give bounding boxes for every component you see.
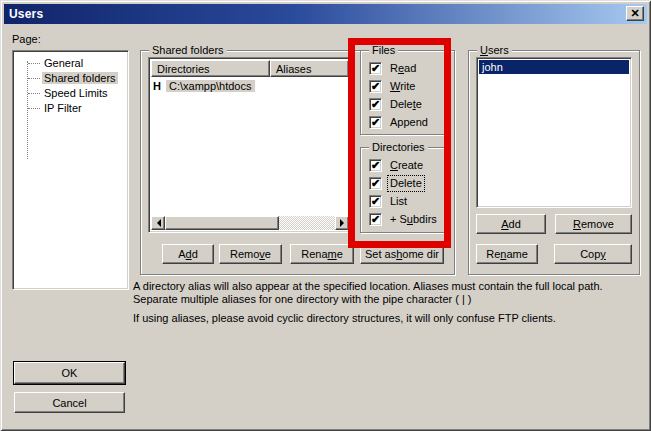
remove-user-button[interactable]: Remove [555, 214, 632, 234]
ok-button[interactable]: OK [14, 362, 125, 384]
tree-item-label: Speed Limits [42, 87, 110, 99]
delete-dir-checkbox[interactable] [369, 177, 382, 190]
horizontal-scrollbar[interactable] [151, 216, 349, 230]
directories-group-label: Directories [369, 140, 428, 154]
checkbox-row-subdirs[interactable]: + Subdirs [369, 212, 439, 226]
users-dialog: Users ✕ Page: General Shared folders Spe… [0, 0, 651, 431]
tree-item-label: Shared folders [42, 72, 118, 84]
directory-path: C:\xampp\htdocs [166, 80, 255, 92]
list-checkbox[interactable] [369, 195, 382, 208]
column-header-aliases[interactable]: Aliases [270, 60, 349, 77]
files-group-label: Files [369, 43, 398, 57]
listview-header: Directories Aliases [151, 60, 349, 77]
directories-listview[interactable]: Directories Aliases HC:\xampp\htdocs [148, 57, 352, 233]
remove-directory-button[interactable]: Remove [219, 244, 282, 264]
shared-folders-group-label: Shared folders [149, 43, 227, 57]
alias-note-paragraph-2: If using aliases, please avoid cyclic di… [133, 312, 641, 325]
close-button[interactable]: ✕ [626, 6, 644, 21]
checkbox-row-delete-dir[interactable]: Delete [369, 176, 424, 190]
list-checkbox-label: List [388, 194, 409, 209]
subdirs-checkbox-label: + Subdirs [388, 212, 439, 227]
arrow-right-icon [340, 219, 348, 227]
read-checkbox[interactable] [369, 62, 382, 75]
copy-user-button[interactable]: Copy [554, 244, 632, 264]
tree-item-ip-filter[interactable]: IP Filter [13, 101, 128, 116]
checkbox-row-write[interactable]: Write [369, 79, 417, 93]
write-checkbox[interactable] [369, 80, 382, 93]
home-dir-marker: H [153, 80, 161, 92]
rename-directory-button[interactable]: Rename [290, 244, 354, 264]
add-user-button[interactable]: Add [476, 214, 546, 234]
append-checkbox[interactable] [369, 116, 382, 129]
checkbox-row-read[interactable]: Read [369, 61, 418, 75]
arrow-left-icon [153, 219, 161, 227]
add-directory-button[interactable]: Add [162, 244, 214, 264]
delete-file-checkbox-label: Delete [388, 97, 424, 112]
checkbox-row-create[interactable]: Create [369, 158, 425, 172]
user-item-john[interactable]: john [479, 60, 629, 74]
set-as-home-dir-button[interactable]: Set as home dir [360, 244, 444, 264]
scroll-left-button[interactable] [151, 216, 165, 230]
tree-item-shared-folders[interactable]: Shared folders [13, 71, 128, 86]
read-checkbox-label: Read [388, 61, 418, 76]
checkbox-row-append[interactable]: Append [369, 115, 430, 129]
directories-permissions-group: Directories Create Delete List + Subdirs [360, 147, 447, 233]
column-header-directories[interactable]: Directories [151, 60, 270, 77]
checkbox-row-delete-file[interactable]: Delete [369, 97, 424, 111]
window-title: Users [9, 7, 43, 21]
scrollbar-thumb[interactable] [165, 216, 279, 230]
alias-notes: A directory alias will also appear at th… [133, 280, 641, 331]
directory-row[interactable]: HC:\xampp\htdocs [153, 79, 255, 93]
delete-dir-checkbox-label: Delete [388, 176, 424, 191]
tree-item-general[interactable]: General [13, 56, 128, 71]
delete-file-checkbox[interactable] [369, 98, 382, 111]
title-bar[interactable]: Users ✕ [4, 4, 647, 24]
tree-item-speed-limits[interactable]: Speed Limits [13, 86, 128, 101]
close-icon: ✕ [630, 8, 639, 19]
scroll-right-button[interactable] [335, 216, 349, 230]
write-checkbox-label: Write [388, 79, 417, 94]
rename-user-button[interactable]: Rename [476, 244, 538, 264]
alias-note-paragraph-1: A directory alias will also appear at th… [133, 280, 641, 306]
tree-item-label: General [42, 57, 85, 69]
page-tree[interactable]: General Shared folders Speed Limits IP F… [12, 50, 129, 290]
tree-item-label: IP Filter [42, 102, 84, 114]
checkbox-row-list[interactable]: List [369, 194, 409, 208]
create-checkbox-label: Create [388, 158, 425, 173]
users-listbox[interactable]: john [476, 57, 632, 208]
files-permissions-group: Files Read Write Delete Append [360, 50, 447, 135]
page-label: Page: [12, 33, 41, 45]
append-checkbox-label: Append [388, 115, 430, 130]
create-checkbox[interactable] [369, 159, 382, 172]
cancel-button[interactable]: Cancel [14, 392, 125, 413]
subdirs-checkbox[interactable] [369, 213, 382, 226]
users-group-label: Users [477, 43, 512, 57]
